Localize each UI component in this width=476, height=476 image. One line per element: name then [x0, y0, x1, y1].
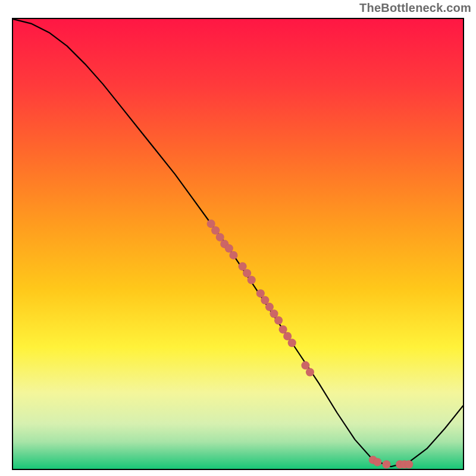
- scatter-point: [274, 317, 283, 325]
- plot-frame: [12, 18, 464, 470]
- scatter-point: [405, 460, 413, 468]
- chart-stage: TheBottleneck.com: [0, 0, 476, 476]
- scatter-point: [382, 460, 390, 468]
- watermark-text: TheBottleneck.com: [359, 1, 471, 15]
- scatter-point: [306, 368, 314, 376]
- scatter-point: [288, 339, 296, 347]
- scatter-point: [373, 458, 381, 466]
- scatter-point: [229, 251, 237, 259]
- background-rect: [13, 19, 463, 469]
- chart-svg: [13, 19, 463, 469]
- scatter-point: [248, 275, 256, 284]
